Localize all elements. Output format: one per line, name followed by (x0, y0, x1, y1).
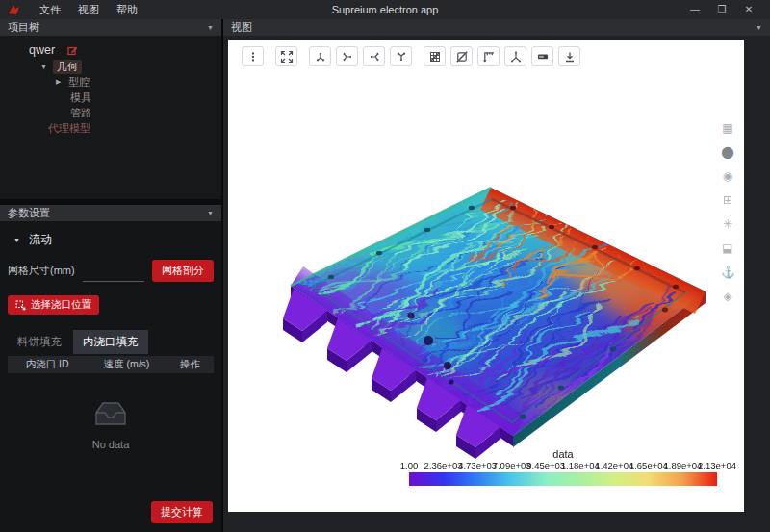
colorbar-tick: 1.89e+04 (663, 460, 702, 470)
colorbar-tick: 9.45e+03 (526, 460, 565, 470)
tab-sprue-fill[interactable]: 料饼填充 (8, 330, 71, 354)
flow-section-label: 流动 (29, 232, 52, 248)
gizmo-icon[interactable]: ◈ (721, 290, 734, 303)
colorbar-tick: 2.13e+04 (698, 460, 736, 470)
app-logo-icon (8, 4, 21, 15)
empty-text: No data (8, 439, 214, 450)
tree-item-cavity[interactable]: ▶ 型腔 (0, 74, 221, 89)
view-axis-top-icon[interactable] (336, 46, 358, 66)
colorbar-tick: 7.09e+03 (493, 460, 531, 470)
tree-root-row[interactable]: qwer (0, 41, 221, 59)
collapse-caret-icon[interactable]: ▼ (207, 210, 214, 216)
viewport-canvas[interactable]: ▦ ⬤ ◉ ⊞ ✳ ⬓ ⚓ ◈ data (228, 40, 744, 512)
more-menu-icon[interactable] (242, 46, 264, 66)
flow-section-toggle[interactable]: ▼ 流动 (13, 232, 214, 248)
tab-inner-gate-fill[interactable]: 内浇口填充 (73, 330, 148, 354)
project-tree-title: 项目树 (8, 20, 39, 35)
colorbar-tick: 2.36e+03 (424, 460, 463, 470)
clip-box-icon[interactable]: ⬓ (721, 241, 734, 255)
sphere-icon[interactable]: ◉ (721, 169, 734, 183)
app-window: 文件 视图 帮助 Supreium electron app — ❐ ✕ 项目树… (0, 0, 770, 532)
tree-item-label: 几何 (53, 60, 82, 74)
caret-down-icon: ▼ (13, 237, 20, 243)
close-button[interactable]: ✕ (735, 0, 762, 19)
colorbar-tick: 1.00 (400, 460, 419, 470)
maximize-button[interactable]: ❐ (708, 0, 735, 19)
menu-help[interactable]: 帮助 (108, 3, 146, 17)
mesh-size-input[interactable] (83, 265, 144, 282)
colorbar-ticks: 1.00 2.36e+03 4.73e+03 7.09e+03 9.45e+03… (409, 460, 717, 471)
model-3d-render[interactable] (228, 40, 744, 512)
fill-tabs: 料饼填充 内浇口填充 (8, 330, 214, 354)
select-gate-button[interactable]: 选择浇口位置 (8, 295, 99, 315)
mesh-generate-button[interactable]: 网格剖分 (152, 260, 214, 282)
tree-root-label: qwer (29, 43, 55, 57)
colorbar-tick: 4.73e+03 (458, 460, 497, 470)
view-axis-front-icon[interactable] (309, 46, 331, 66)
download-screenshot-icon[interactable] (558, 46, 580, 66)
grid-box-icon[interactable]: ⊞ (721, 193, 734, 207)
view-axis-iso-icon[interactable] (390, 46, 412, 66)
tree-item-label: 管路 (70, 106, 91, 120)
left-sidebar: 项目树 ▼ qwer ▼ 几何 ▶ (0, 19, 221, 532)
empty-inbox-icon (90, 416, 132, 432)
wireframe-toggle-icon[interactable] (424, 46, 446, 66)
hide-object-icon[interactable] (450, 46, 473, 66)
select-gate-icon (15, 300, 26, 311)
tree-item-label: 型腔 (68, 75, 90, 89)
axes-widget-icon[interactable] (504, 46, 526, 66)
gate-table-header: 内浇口 ID 速度 (m/s) 操作 (8, 356, 214, 373)
minimize-button[interactable]: — (681, 0, 708, 19)
project-tree: qwer ▼ 几何 ▶ 型腔 模具 (0, 36, 221, 199)
view-panel-title: 视图 (231, 20, 252, 35)
mesh-icon[interactable]: ▦ (721, 121, 734, 135)
project-tree-panel: 项目树 ▼ qwer ▼ 几何 ▶ (0, 19, 221, 199)
colorbar-title: data (409, 448, 717, 460)
tree-item-piping[interactable]: 管路 (0, 105, 221, 120)
view-panel-header[interactable]: 视图 ▼ (223, 19, 770, 36)
colorbar-tick: 1.65e+04 (629, 460, 668, 470)
project-tree-header[interactable]: 项目树 ▼ (0, 19, 221, 36)
scalar-bar-toggle-icon[interactable] (531, 46, 553, 66)
tree-item-geometry[interactable]: ▼ 几何 (0, 59, 221, 74)
select-gate-label: 选择浇口位置 (31, 298, 91, 312)
colorbar: data 1.00 2.36e+03 4.73e+03 7.09e+03 9.4… (409, 448, 717, 486)
column-velocity: 速度 (m/s) (87, 358, 166, 371)
viewer-widgets: ▦ ⬤ ◉ ⊞ ✳ ⬓ ⚓ ◈ (721, 121, 734, 303)
fit-view-icon[interactable] (275, 46, 297, 66)
caret-right-icon[interactable]: ▶ (56, 78, 64, 86)
edit-icon[interactable] (67, 45, 78, 56)
collapse-caret-icon[interactable]: ▼ (756, 24, 762, 31)
menu-view[interactable]: 视图 (69, 3, 108, 17)
tree-item-mold[interactable]: 模具 (0, 89, 221, 105)
menu-file[interactable]: 文件 (31, 3, 69, 17)
scale-ruler-icon[interactable] (477, 46, 500, 66)
submit-calc-button[interactable]: 提交计算 (151, 501, 213, 523)
tree-item-label: 代理模型 (48, 121, 90, 136)
tree-item-proxy-model[interactable]: 代理模型 (0, 120, 221, 136)
gear-icon[interactable]: ✳ (721, 217, 734, 231)
colorbar-tick: 1.42e+04 (595, 460, 633, 470)
caret-down-icon[interactable]: ▼ (40, 63, 48, 70)
title-bar: 文件 视图 帮助 Supreium electron app — ❐ ✕ (0, 0, 770, 19)
mesh-size-label: 网格尺寸(mm) (8, 264, 75, 282)
solid-cloud-icon[interactable]: ⬤ (721, 145, 734, 159)
column-actions: 操作 (167, 358, 214, 371)
param-settings-panel: 参数设置 ▼ ▼ 流动 网格尺寸(mm) 网格剖分 (0, 205, 221, 532)
empty-state: No data (8, 398, 214, 450)
param-settings-title: 参数设置 (8, 206, 50, 220)
colorbar-gradient (409, 472, 717, 486)
param-settings-header[interactable]: 参数设置 ▼ (0, 205, 221, 221)
view-axis-left-icon[interactable] (363, 46, 385, 66)
tree-item-label: 模具 (70, 90, 91, 105)
view-panel: 视图 ▼ (223, 19, 770, 532)
collapse-caret-icon[interactable]: ▼ (207, 24, 214, 31)
pin-icon[interactable]: ⚓ (721, 266, 734, 279)
colorbar-tick: 1.18e+04 (561, 460, 600, 470)
viewport-toolbar (242, 46, 585, 66)
column-gate-id: 内浇口 ID (8, 358, 87, 371)
